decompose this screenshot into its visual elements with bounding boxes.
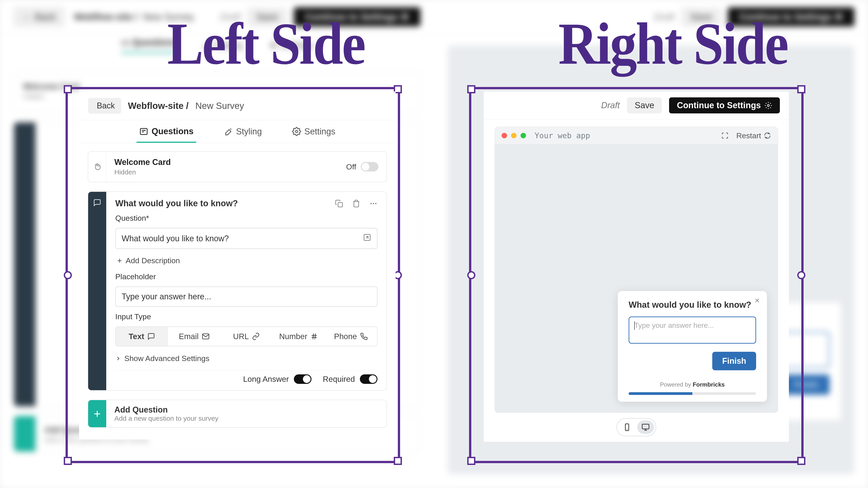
monitor-icon [642, 423, 650, 431]
input-type-text[interactable]: Text [116, 327, 168, 346]
input-type-number-label: Number [279, 332, 307, 341]
breadcrumb-project[interactable]: Webflow-site / [128, 101, 188, 111]
close-icon [754, 297, 761, 304]
mail-icon [202, 332, 210, 340]
question-input-value: What would you like to know? [122, 234, 363, 243]
add-description-label: Add Description [126, 256, 180, 265]
brush-icon [224, 127, 233, 136]
input-type-email-label: Email [179, 332, 199, 341]
status-draft: Draft [601, 101, 620, 110]
popup-close-button[interactable] [754, 296, 761, 306]
traffic-light-max [521, 133, 526, 138]
trash-icon[interactable] [352, 199, 360, 207]
svg-point-1 [296, 130, 298, 133]
restart-button[interactable]: Restart [736, 131, 771, 140]
finish-button[interactable]: Finish [712, 352, 756, 370]
back-button[interactable]: Back [88, 98, 121, 113]
device-mobile-button[interactable] [619, 420, 636, 434]
powered-prefix: Powered by [660, 381, 693, 388]
svg-point-3 [371, 203, 371, 204]
copy-icon[interactable] [335, 199, 343, 207]
editor-body: Welcome Card Hidden Off What would you l… [79, 143, 396, 440]
traffic-light-min [511, 133, 517, 138]
welcome-title: Welcome Card [114, 158, 378, 167]
question-type-indicator[interactable] [88, 192, 106, 390]
long-answer-toggle[interactable] [294, 375, 311, 384]
traffic-light-close [502, 133, 507, 138]
add-description-button[interactable]: Add Description [115, 254, 377, 267]
add-question-sub: Add a new question to your survey [114, 415, 218, 422]
input-type-number[interactable]: Number [273, 327, 325, 346]
annotation-right-side: Right Side [558, 9, 787, 78]
svg-rect-2 [338, 202, 343, 207]
input-type-segmented: Text Email URL Number [115, 326, 377, 346]
continue-button[interactable]: Continue to Settings [669, 97, 780, 113]
show-advanced-button[interactable]: Show Advanced Settings [115, 352, 377, 363]
sync-icon [764, 132, 771, 139]
placeholder-input[interactable]: Type your answer here... [115, 287, 377, 307]
preview-shell: Your web app Restart What would you like… [484, 120, 789, 442]
powered-by: Powered by Formbricks [629, 370, 756, 388]
editor-panel: Back Webflow-site / New Survey Questions… [79, 92, 396, 440]
expand-preview-icon[interactable] [721, 132, 728, 139]
drag-handle[interactable] [88, 152, 106, 182]
save-button[interactable]: Save [627, 97, 662, 113]
welcome-toggle[interactable] [361, 162, 378, 171]
question-heading: What would you like to know? [115, 199, 335, 208]
required-label: Required [323, 375, 355, 384]
popup-question: What would you like to know? [629, 300, 756, 310]
svg-point-4 [373, 203, 374, 204]
preview-header: Draft Save Continue to Settings [484, 92, 789, 120]
progress-fill [629, 392, 692, 395]
tab-styling-label: Styling [236, 127, 262, 136]
placeholder-field-label: Placeholder [115, 272, 377, 281]
device-switcher [495, 413, 778, 436]
phone-icon [360, 332, 368, 340]
preview-canvas: What would you like to know? Type your a… [495, 144, 778, 413]
continue-label: Continue to Settings [677, 101, 761, 110]
input-type-text-label: Text [129, 332, 144, 341]
tab-styling[interactable]: Styling [221, 120, 265, 143]
tab-settings[interactable]: Settings [289, 120, 338, 143]
question-card: What would you like to know? Question* W… [88, 191, 387, 391]
device-desktop-button[interactable] [637, 420, 654, 434]
questions-icon [139, 127, 148, 136]
input-type-url[interactable]: URL [220, 327, 272, 346]
input-type-phone-label: Phone [334, 332, 357, 341]
hand-icon [94, 163, 101, 170]
expand-icon[interactable] [363, 233, 371, 243]
gear-icon [765, 102, 772, 109]
welcome-card[interactable]: Welcome Card Hidden Off [88, 151, 387, 182]
preview-app-title: Your web app [535, 131, 717, 140]
show-advanced-label: Show Advanced Settings [124, 354, 209, 363]
smartphone-icon [623, 423, 631, 431]
input-type-url-label: URL [233, 332, 249, 341]
popup-placeholder: Type your answer here... [634, 321, 714, 329]
message-icon [93, 199, 101, 207]
svg-point-5 [375, 203, 376, 204]
powered-brand[interactable]: Formbricks [692, 381, 725, 388]
breadcrumb-title: New Survey [195, 101, 244, 111]
annotation-left-side: Left Side [167, 9, 365, 78]
more-icon[interactable] [369, 199, 377, 207]
plus-icon [116, 257, 123, 264]
input-type-email[interactable]: Email [168, 327, 220, 346]
question-input[interactable]: What would you like to know? [115, 228, 377, 249]
survey-popup: What would you like to know? Type your a… [618, 291, 767, 402]
preview-panel: Draft Save Continue to Settings Your web… [484, 92, 789, 442]
question-field-label: Question* [115, 214, 377, 223]
svg-rect-10 [642, 424, 649, 429]
popup-textarea[interactable]: Type your answer here... [629, 317, 756, 344]
back-label: Back [97, 101, 115, 110]
input-type-phone[interactable]: Phone [325, 327, 377, 346]
placeholder-input-value: Type your answer here... [122, 292, 371, 301]
text-cursor [634, 321, 635, 330]
required-toggle[interactable] [360, 375, 377, 384]
add-question-button[interactable]: + Add Question Add a new question to you… [88, 400, 387, 428]
svg-point-8 [767, 104, 770, 106]
tab-questions-label: Questions [151, 127, 193, 136]
tab-questions[interactable]: Questions [136, 120, 196, 143]
browser-chrome: Your web app Restart [495, 127, 778, 144]
tab-settings-label: Settings [304, 127, 335, 136]
restart-label: Restart [736, 131, 761, 140]
